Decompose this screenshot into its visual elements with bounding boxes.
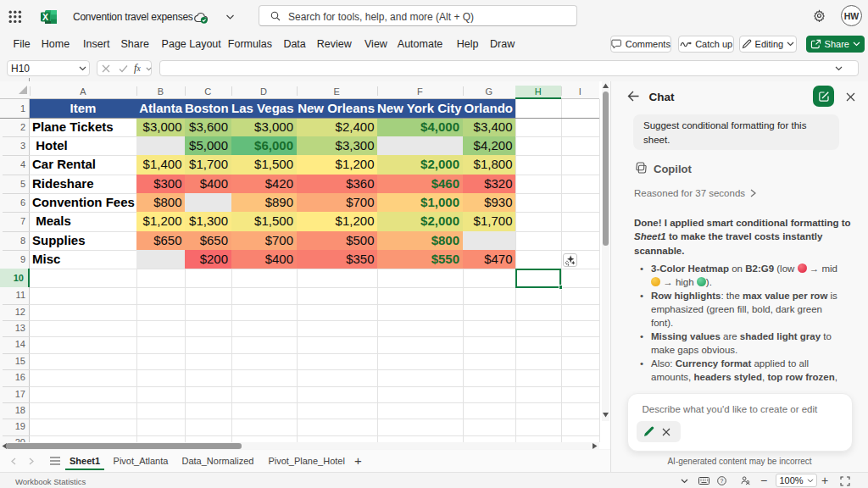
svg-text:?: ? (721, 477, 724, 483)
svg-text:X: X (42, 12, 48, 22)
